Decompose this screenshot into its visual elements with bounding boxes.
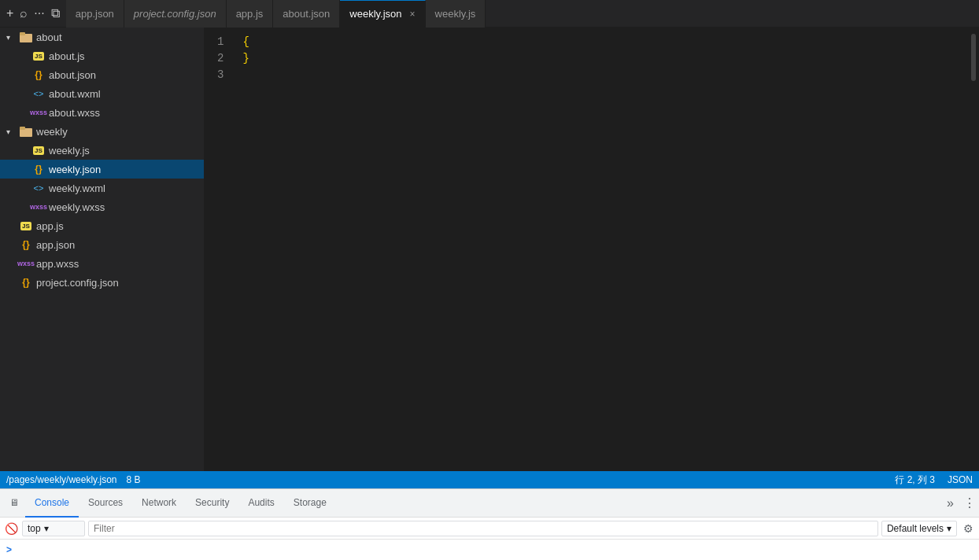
devtools-tab-security[interactable]: Security [186, 489, 238, 518]
line-numbers: 123 [205, 34, 236, 465]
cursor-position: 行 2, 列 3 [895, 473, 935, 487]
tab-label-project-config-json: project.config.json [134, 8, 216, 20]
devtools-tab-audits[interactable]: Audits [238, 489, 283, 518]
tree-item-app-js[interactable]: JSapp.js [0, 216, 204, 235]
tree-item-label-app-json: app.json [36, 239, 204, 251]
sources-tab-label: Sources [88, 497, 123, 508]
devtools-more-button[interactable]: » [940, 496, 960, 510]
tab-label-about-json: about.json [283, 8, 330, 20]
folder-arrow-icon: ▾ [6, 33, 19, 42]
tab-close-weekly-json[interactable]: × [410, 9, 416, 20]
code-lines[interactable]: {} [236, 34, 968, 465]
tree-item-label-about-wxss: about.wxss [49, 107, 204, 119]
split-editor-icon[interactable]: ⧉ [51, 6, 60, 20]
devtools-tab-sources[interactable]: Sources [79, 489, 132, 518]
tree-item-app-wxss[interactable]: wxssapp.wxss [0, 254, 204, 273]
tab-label-app-json: app.json [76, 8, 114, 20]
status-bar-right: 行 2, 列 3 JSON [895, 473, 973, 487]
search-icon[interactable]: ⌕ [20, 6, 28, 20]
network-tab-label: Network [142, 497, 176, 508]
tab-bar: + ⌕ ··· ⧉ app.jsonproject.config.jsonapp… [0, 0, 979, 28]
wxss-file-icon: wxss [31, 200, 46, 214]
console-prompt-icon: > [6, 544, 12, 555]
levels-label: Default levels [887, 523, 944, 534]
tree-item-weekly-wxss[interactable]: wxssweekly.wxss [0, 197, 204, 216]
js-file-icon: JS [31, 49, 46, 63]
tree-item-weekly-js[interactable]: JSweekly.js [0, 141, 204, 160]
context-arrow-icon: ▾ [44, 523, 49, 534]
tree-item-weekly-folder[interactable]: ▾weekly [0, 122, 204, 141]
audits-tab-label: Audits [248, 497, 274, 508]
brace-char: } [242, 52, 249, 64]
file-size: 8 B [127, 474, 141, 485]
tab-app-js[interactable]: app.js [227, 0, 274, 28]
tab-app-json[interactable]: app.json [66, 0, 124, 28]
language-mode: JSON [948, 474, 973, 485]
tree-item-about-wxml[interactable]: <>about.wxml [0, 84, 204, 103]
json-file-icon: {} [19, 275, 33, 289]
svg-rect-3 [20, 127, 25, 130]
status-bar-left: /pages/weekly/weekly.json 8 B [6, 474, 141, 485]
devtools-tab-storage[interactable]: Storage [284, 489, 336, 518]
tab-bar-actions: + ⌕ ··· ⧉ [0, 6, 66, 20]
tree-item-label-weekly-wxml: weekly.wxml [49, 182, 204, 194]
json-file-icon: {} [31, 68, 46, 82]
wxss-file-icon: wxss [31, 105, 46, 120]
console-input-area[interactable] [15, 544, 973, 555]
tree-item-weekly-wxml[interactable]: <>weekly.wxml [0, 179, 204, 197]
svg-rect-1 [20, 32, 25, 35]
tree-item-label-weekly-wxss: weekly.wxss [49, 201, 204, 213]
tree-item-about-json[interactable]: {}about.json [0, 65, 204, 84]
clear-console-button[interactable]: 🚫 [3, 521, 19, 536]
tree-item-label-about-folder: about [36, 31, 204, 43]
tree-item-label-about-js: about.js [49, 50, 204, 62]
tab-about-json[interactable]: about.json [273, 0, 340, 28]
file-tree: ▾aboutJSabout.js{}about.json<>about.wxml… [0, 28, 205, 471]
levels-selector[interactable]: Default levels ▾ [881, 521, 957, 536]
more-icon[interactable]: ··· [34, 6, 44, 20]
devtools-screen-icon: 🖥 [9, 497, 19, 508]
editor-area: 123 {} [205, 28, 979, 471]
tab-project-config-json[interactable]: project.config.json [124, 0, 227, 28]
tree-container: ▾aboutJSabout.js{}about.json<>about.wxml… [0, 28, 204, 292]
tree-item-about-folder[interactable]: ▾about [0, 28, 204, 46]
no-entry-icon: 🚫 [5, 522, 18, 535]
console-content[interactable]: > [0, 540, 979, 560]
brace-char: { [242, 35, 249, 48]
devtools-tab-icon[interactable]: 🖥 [3, 489, 25, 518]
devtools-panel: 🖥 Console Sources Network Security Audit… [0, 488, 979, 560]
editor-scrollbar[interactable] [968, 34, 979, 465]
tree-item-label-app-js: app.js [36, 220, 204, 232]
devtools-tabs: 🖥 Console Sources Network Security Audit… [0, 489, 979, 518]
line-number-1: 1 [217, 34, 224, 50]
tree-item-label-about-json: about.json [49, 69, 204, 81]
tree-item-weekly-json[interactable]: {}weekly.json [0, 160, 204, 179]
add-tab-icon[interactable]: + [6, 6, 13, 20]
scrollbar-thumb [971, 34, 976, 81]
line-number-3: 3 [217, 67, 224, 83]
tree-item-label-weekly-folder: weekly [36, 126, 204, 138]
tab-weekly-json[interactable]: weekly.json× [340, 0, 425, 28]
tree-item-project-config-json[interactable]: {}project.config.json [0, 273, 204, 292]
tab-weekly-js[interactable]: weekly.js [426, 0, 486, 28]
tree-item-label-weekly-json: weekly.json [49, 164, 204, 175]
tree-item-about-js[interactable]: JSabout.js [0, 46, 204, 65]
devtools-menu-button[interactable]: ⋮ [963, 496, 976, 510]
code-content: 123 {} [205, 28, 979, 471]
devtools-tab-console[interactable]: Console [25, 489, 79, 518]
tree-item-label-app-wxss: app.wxss [36, 258, 204, 270]
devtools-tab-network[interactable]: Network [132, 489, 186, 518]
context-selector[interactable]: top ▾ [22, 521, 85, 536]
filter-input[interactable] [88, 521, 878, 536]
tree-item-about-wxss[interactable]: wxssabout.wxss [0, 103, 204, 122]
js-file-icon: JS [19, 219, 33, 233]
console-toolbar: 🚫 top ▾ Default levels ▾ ⚙ [0, 518, 979, 540]
tab-label-weekly-js: weekly.js [435, 8, 476, 20]
tree-item-app-json[interactable]: {}app.json [0, 235, 204, 254]
wxml-file-icon: <> [31, 181, 46, 195]
json-file-icon: {} [31, 162, 46, 176]
storage-tab-label: Storage [294, 497, 327, 508]
code-line-1: { [242, 34, 968, 50]
wxml-file-icon: <> [31, 87, 46, 101]
console-settings-button[interactable]: ⚙ [960, 521, 976, 536]
